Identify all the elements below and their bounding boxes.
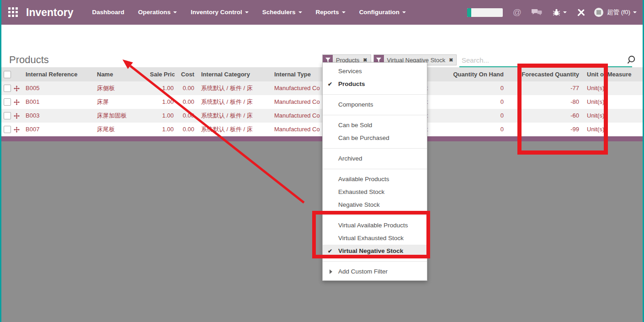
menu-item-services[interactable]: Services [323,65,427,78]
select-all-checkbox[interactable] [4,71,11,78]
menu-item-can-be-sold[interactable]: Can be Sold [323,119,427,132]
menu-item-add-custom-filter[interactable]: Add Custom Filter [323,265,427,278]
menu-reports[interactable]: Reports [309,0,352,25]
column-header-name[interactable]: Name [97,67,150,81]
menu-configuration[interactable]: Configuration [352,0,413,25]
menu-separator [323,169,427,169]
table-footer-strip [0,136,643,141]
cell-forecasted-quantity: -99 [506,123,581,136]
row-checkbox[interactable] [4,126,11,133]
timer-widget[interactable] [467,8,503,17]
filters-dropdown-menu: Services ✔Products Components Can be Sol… [322,62,427,281]
submenu-arrow-icon [330,269,332,274]
cell-internal-reference: B005 [26,81,97,95]
search-input[interactable] [461,54,623,66]
check-icon: ✔ [328,245,332,258]
table-row[interactable]: B001 床屏 1.00 0.00 系统默认 / 板件 / 床 Manufact… [0,95,643,109]
menu-separator [323,261,427,262]
menu-item-negative-stock[interactable]: Negative Stock [323,199,427,211]
cell-quantity-on-hand: 0 [429,109,506,123]
column-header-quantity-on-hand[interactable]: Quantity On Hand [429,67,506,81]
drag-handle-icon[interactable] [14,81,26,95]
cell-name: 床尾板 [97,123,150,136]
column-header-unit-of-measure[interactable]: Unit of Measure [581,67,643,81]
chevron-down-icon [298,11,302,13]
tools-icon[interactable] [577,9,585,16]
chevron-down-icon [245,11,249,13]
menu-dashboard[interactable]: Dashboard [85,0,132,25]
menu-schedulers[interactable]: Schedulers [255,0,309,25]
menu-item-components[interactable]: Components [323,98,427,111]
menu-item-virtual-negative-stock[interactable]: ✔Virtual Negative Stock [323,245,427,258]
table-header-row: Internal Reference Name Sale Price Cost … [0,67,643,81]
cell-internal-reference: B007 [26,123,97,136]
menu-separator [323,94,427,95]
user-menu[interactable]: 超管 (f0) [594,8,637,17]
menu-inventory-control[interactable]: Inventory Control [184,0,255,25]
row-checkbox[interactable] [4,112,11,119]
cell-unit-of-measure: Unit(s) [581,81,643,95]
cell-quantity-on-hand: 0 [429,123,506,136]
menu-separator [323,115,427,115]
menu-item-archived[interactable]: Archived [323,152,427,165]
menu-item-virtual-exhausted-stock[interactable]: Virtual Exhausted Stock [323,232,427,245]
avatar [594,8,603,17]
cell-internal-category: 系统默认 / 板件 / 床 [196,123,274,136]
table-row[interactable]: B005 床侧板 1.00 0.00 系统默认 / 板件 / 床 Manufac… [0,81,643,95]
main-menu: Dashboard Operations Inventory Control S… [85,0,413,25]
menu-separator [323,215,427,215]
menu-operations[interactable]: Operations [131,0,184,25]
cell-sale-price: 1.00 [150,95,175,109]
chat-icon[interactable] [532,9,543,16]
cell-unit-of-measure: Unit(s) [581,95,643,109]
products-list-view: Internal Reference Name Sale Price Cost … [0,67,643,141]
cell-quantity-on-hand: 0 [429,95,506,109]
row-checkbox[interactable] [4,85,11,92]
cell-sale-price: 1.00 [150,109,175,123]
cell-cost: 0.00 [175,81,196,95]
remove-facet-icon[interactable]: ✖ [448,57,456,63]
drag-handle-icon[interactable] [14,95,26,109]
column-header-sale-price[interactable]: Sale Price [150,67,175,81]
chevron-down-icon [173,11,177,13]
debug-bug-icon[interactable] [553,9,567,16]
chevron-down-icon [563,11,567,13]
cell-cost: 0.00 [175,95,196,109]
drag-handle-icon[interactable] [14,109,26,123]
menu-item-products[interactable]: ✔Products [323,78,427,91]
cell-internal-category: 系统默认 / 板件 / 床 [196,81,274,95]
app-title[interactable]: Inventory [26,6,74,19]
apps-grid-icon[interactable] [8,7,18,17]
chevron-down-icon [342,11,346,13]
chevron-down-icon [402,11,406,13]
control-panel: Products CREATE REQUEST PROCUREMENTS IMP… [0,25,643,67]
cell-unit-of-measure: Unit(s) [581,109,643,123]
top-navbar: Inventory Dashboard Operations Inventory… [0,0,644,25]
page-title: Products [9,54,49,66]
menu-item-virtual-available-products[interactable]: Virtual Available Products [323,219,427,232]
row-checkbox[interactable] [4,98,11,106]
at-mention-icon[interactable]: @ [513,7,522,17]
table-row[interactable]: B003 床屏加固板 1.00 0.00 系统默认 / 板件 / 床 Manuf… [0,109,643,123]
column-header-cost[interactable]: Cost [175,67,196,81]
menu-separator [323,148,427,149]
menu-item-can-be-purchased[interactable]: Can be Purchased [323,132,427,145]
cell-internal-category: 系统默认 / 板件 / 床 [196,109,274,123]
column-header-internal-category[interactable]: Internal Category [196,67,274,81]
cell-quantity-on-hand: 0 [429,81,506,95]
menu-item-available-products[interactable]: Available Products [323,173,427,186]
column-header-forecasted-quantity[interactable]: Forecasted Quantity [506,67,581,81]
search-icon[interactable] [626,55,637,68]
chevron-down-icon [633,11,637,13]
cell-sale-price: 1.00 [150,81,175,95]
cell-internal-category: 系统默认 / 板件 / 床 [196,95,274,109]
check-icon: ✔ [328,78,332,91]
menu-item-exhausted-stock[interactable]: Exhausted Stock [323,186,427,199]
cell-forecasted-quantity: -80 [506,95,581,109]
cell-forecasted-quantity: -60 [506,109,581,123]
navbar-systray: @ 超管 (f0) [467,7,637,17]
cell-cost: 0.00 [175,109,196,123]
column-header-internal-reference[interactable]: Internal Reference [26,67,97,81]
table-row[interactable]: B007 床尾板 1.00 0.00 系统默认 / 板件 / 床 Manufac… [0,123,643,136]
drag-handle-icon[interactable] [14,123,26,136]
